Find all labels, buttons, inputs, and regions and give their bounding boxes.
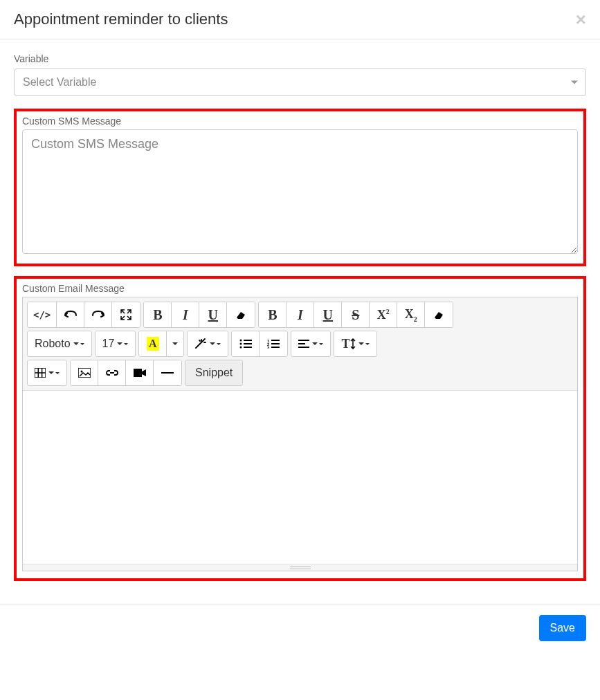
variable-select[interactable]: Select Variable [14,68,586,96]
line-height-button[interactable]: T [334,331,376,356]
chevron-down-icon [571,81,578,84]
styles-button[interactable] [188,331,228,356]
sms-textarea[interactable] [22,129,578,254]
font-color-button[interactable]: A [139,331,167,356]
redo-button[interactable] [84,302,112,327]
link-icon [106,369,118,376]
bold-button-2[interactable]: B [259,302,287,327]
svg-point-20 [80,371,82,373]
underline-icon: U [208,307,218,323]
align-left-icon [298,340,309,348]
variable-label: Variable [14,53,586,64]
group-view: </> [27,302,140,328]
caret-down-icon [319,343,323,345]
font-color-more-button[interactable] [167,331,183,356]
email-highlight-box: Custom Email Message </> [14,276,586,581]
eraser-icon [235,310,246,320]
save-button[interactable]: Save [539,615,586,641]
caret-down-icon [73,342,79,345]
caret-down-icon [80,343,84,345]
numbered-list-icon: 123 [267,339,280,349]
close-button[interactable]: × [576,10,586,28]
toolbar-row-1: </> [27,302,573,328]
superscript-button[interactable]: X2 [370,302,397,327]
undo-icon [64,310,77,320]
modal-footer: Save [0,605,600,651]
font-size-value: 17 [102,338,115,350]
svg-rect-3 [244,343,252,344]
svg-rect-1 [244,340,252,341]
italic-icon: I [183,307,188,323]
variable-select-placeholder: Select Variable [23,76,96,89]
italic-button-2[interactable]: I [287,302,314,327]
italic-icon: I [298,307,303,323]
group-table [27,360,67,386]
svg-rect-14 [298,347,309,348]
redo-icon [92,310,104,320]
underline-button-2[interactable]: U [314,302,342,327]
picture-button[interactable] [71,360,98,385]
rich-text-editor: </> [22,297,578,571]
bold-button-1[interactable]: B [144,302,172,327]
caret-down-icon [117,342,122,345]
editor-toolbar: </> [23,297,577,391]
variable-select-wrap: Select Variable [14,68,586,96]
ordered-list-button[interactable]: 123 [260,331,287,356]
undo-button[interactable] [57,302,84,327]
font-size-select[interactable]: 17 [96,331,136,356]
sms-label: Custom SMS Message [22,116,578,127]
font-name-select[interactable]: Roboto [28,331,91,356]
font-name-value: Roboto [35,338,71,350]
table-button[interactable] [28,360,66,385]
svg-rect-7 [271,340,280,341]
svg-rect-5 [244,347,252,348]
group-line-height: T [334,331,377,357]
group-font-color: A [138,331,184,357]
eraser-button-2[interactable] [425,302,453,327]
caret-down-icon [55,372,60,374]
bold-icon: B [153,307,162,323]
underline-button-1[interactable]: U [199,302,227,327]
strike-icon: S [352,307,359,323]
caret-down-icon [124,343,128,345]
code-view-button[interactable]: </> [28,302,57,327]
align-button[interactable] [291,331,330,356]
svg-point-0 [239,340,242,342]
video-button[interactable] [126,360,154,385]
editor-content-area[interactable] [23,391,577,564]
italic-button-1[interactable]: I [172,302,199,327]
svg-rect-13 [298,343,305,344]
caret-down-icon [365,343,370,345]
group-font-name: Roboto [27,331,92,357]
group-format-2: B I U S X2 X2 [258,302,453,328]
caret-down-icon [217,343,221,345]
bold-icon: B [268,307,277,323]
appointment-reminder-modal: Appointment reminder to clients × Variab… [0,0,600,651]
subscript-icon: X2 [405,307,417,323]
strikethrough-button[interactable]: S [342,302,370,327]
font-color-icon: A [147,337,159,351]
group-insert [70,360,182,386]
svg-text:3: 3 [267,346,270,349]
caret-down-icon [48,371,54,374]
table-icon [35,368,46,378]
svg-rect-21 [134,369,142,377]
code-icon: </> [33,309,51,320]
eraser-button-1[interactable] [227,302,255,327]
subscript-button[interactable]: X2 [397,302,425,327]
unordered-list-button[interactable] [232,331,260,356]
svg-rect-11 [271,347,280,348]
video-icon [134,369,146,377]
toolbar-row-2: Roboto 17 [27,331,573,357]
svg-rect-22 [161,372,174,374]
snippet-button[interactable]: Snippet [185,360,242,385]
caret-down-icon [312,342,318,345]
link-button[interactable] [98,360,126,385]
fullscreen-button[interactable] [112,302,140,327]
expand-icon [120,309,131,320]
bullet-list-icon [239,339,252,349]
variable-group: Variable Select Variable [14,53,586,96]
editor-resize-handle[interactable] [23,564,577,571]
modal-title: Appointment reminder to clients [14,10,228,28]
horizontal-rule-button[interactable] [154,360,181,385]
